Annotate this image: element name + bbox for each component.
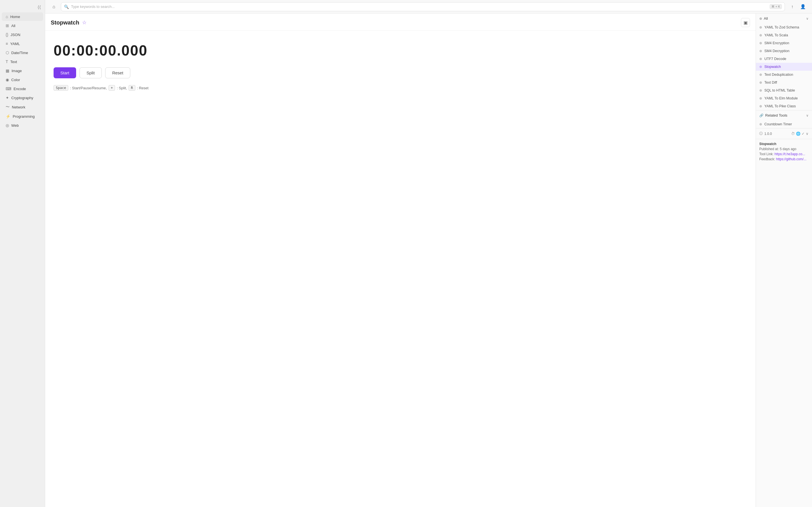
rs-item-text-dedup[interactable]: ⊕ Text Deduplication — [756, 71, 812, 78]
favorite-button[interactable]: ☆ — [82, 19, 87, 25]
all-section-header-left: ⊕ All — [759, 16, 768, 20]
rs-item-utf7[interactable]: ⊕ UTF7 Decode — [756, 55, 812, 63]
programming-icon: ⚡ — [6, 114, 10, 119]
sidebar-item-yaml[interactable]: ≡ YAML — [2, 40, 43, 48]
search-icon: 🔍 — [64, 4, 69, 9]
r-key: R — [129, 85, 135, 91]
sidebar-item-json[interactable]: {} JSON — [2, 31, 43, 39]
sidebar-item-image-label: Image — [11, 69, 22, 73]
version-globe-icon[interactable]: 🌐 — [796, 131, 801, 136]
right-sidebar: ⊕ All ∨ ⊕ YAML To Zod Schema ⊕ YAML To S… — [756, 13, 812, 507]
meta-published: Published at: 5 days ago — [759, 147, 809, 151]
tool-link[interactable]: https://t.he3app.co... — [774, 152, 805, 156]
related-tools-items: ⊕ Countdown Timer — [756, 120, 812, 128]
related-tools-header[interactable]: 🔗 Related Tools ∨ — [756, 110, 812, 120]
rs-item-sql-html[interactable]: ⊕ SQL to HTML Table — [756, 87, 812, 94]
panel-toggle-icon: ▣ — [744, 20, 748, 25]
sql-html-icon: ⊕ — [759, 89, 762, 93]
related-tools-icon: 🔗 — [759, 114, 763, 117]
sidebar-item-datetime[interactable]: ⬡ Date/Time — [2, 48, 43, 57]
sidebar-item-image[interactable]: ▦ Image — [2, 66, 43, 75]
keyboard-hints: Space : Start/Pause/Resume, + : Split, R… — [54, 85, 747, 91]
sidebar-item-encode[interactable]: ⌨ Encode — [2, 84, 43, 93]
sidebar-item-all[interactable]: ⊞ All — [2, 21, 43, 30]
plus-key: + — [109, 85, 115, 91]
content-area: Stopwatch ☆ ▣ 00:00:00.000 Start Split R… — [45, 13, 812, 507]
topbar-actions: ↑ 👤 — [788, 2, 808, 11]
sidebar-item-home-label: Home — [10, 15, 20, 19]
stopwatch-rs-label: Stopwatch — [764, 65, 781, 69]
sql-html-label: SQL to HTML Table — [764, 89, 795, 93]
sidebar-item-programming[interactable]: ⚡ Programming — [2, 112, 43, 121]
web-icon: ◎ — [6, 123, 9, 128]
utf7-icon: ⊕ — [759, 57, 762, 61]
text-icon: T — [6, 59, 8, 64]
rs-item-yaml-elm[interactable]: ⊕ YAML To Elm Module — [756, 94, 812, 102]
collapse-button[interactable]: ⟨⟨ — [2, 3, 43, 12]
sidebar-item-text[interactable]: T Text — [2, 57, 43, 66]
yaml-zod-label: YAML To Zod Schema — [764, 25, 799, 29]
sidebar-item-home[interactable]: ⌂ Home — [2, 12, 43, 21]
home-icon: ⌂ — [6, 14, 8, 19]
sidebar-item-web[interactable]: ◎ Web — [2, 121, 43, 129]
sidebar: ⟨⟨ ⌂ Home ⊞ All {} JSON ≡ YAML ⬡ Date/Ti… — [0, 0, 45, 507]
sm4-dec-label: SM4 Decryption — [764, 49, 790, 53]
json-icon: {} — [6, 33, 8, 37]
related-tools-section: 🔗 Related Tools ∨ ⊕ Countdown Timer — [756, 110, 812, 128]
app: ⌂ 🔍 Type keywords to search... ⌘ + K ↑ 👤… — [45, 0, 812, 507]
rs-item-sm4-enc[interactable]: ⊕ SM4 Encryption — [756, 39, 812, 47]
version-clock-icon[interactable]: ⏱ — [791, 131, 795, 136]
all-section-header[interactable]: ⊕ All ∨ — [756, 13, 812, 23]
rs-item-sm4-dec[interactable]: ⊕ SM4 Decryption — [756, 47, 812, 55]
version-section: ⓘ 1.0.0 ⏱ 🌐 ✓ ∨ — [756, 128, 812, 139]
version-check-icon[interactable]: ✓ — [802, 131, 805, 136]
stopwatch-buttons: Start Split Reset — [54, 67, 747, 78]
user-button[interactable]: 👤 — [799, 2, 808, 11]
panel-toggle-button[interactable]: ▣ — [741, 18, 750, 27]
sidebar-item-network[interactable]: 〜 Network — [2, 103, 43, 112]
topbar-home-button[interactable]: ⌂ — [50, 3, 58, 11]
user-icon: 👤 — [800, 4, 806, 9]
yaml-scala-label: YAML To Scala — [764, 33, 788, 37]
all-icon: ⊞ — [6, 23, 9, 28]
rs-item-yaml-pike[interactable]: ⊕ YAML To Pike Class — [756, 102, 812, 110]
yaml-elm-label: YAML To Elm Module — [764, 96, 798, 100]
encode-icon: ⌨ — [6, 87, 11, 91]
rs-item-countdown[interactable]: ⊕ Countdown Timer — [756, 120, 812, 128]
yaml-pike-icon: ⊕ — [759, 104, 762, 108]
yaml-zod-icon: ⊕ — [759, 25, 762, 29]
r-hint: : Reset — [137, 86, 149, 90]
sidebar-item-programming-label: Programming — [13, 114, 35, 119]
reset-button[interactable]: Reset — [105, 67, 130, 78]
rs-item-yaml-zod[interactable]: ⊕ YAML To Zod Schema — [756, 23, 812, 31]
rs-item-yaml-scala[interactable]: ⊕ YAML To Scala — [756, 31, 812, 39]
rs-item-stopwatch[interactable]: ⊕ Stopwatch — [756, 63, 812, 71]
feedback-link[interactable]: https://github.com/... — [776, 157, 806, 161]
page-header: Stopwatch ☆ ▣ — [45, 13, 756, 31]
main-content: Stopwatch ☆ ▣ 00:00:00.000 Start Split R… — [45, 13, 756, 507]
sidebar-item-cryptography[interactable]: ✦ Cryptography — [2, 94, 43, 102]
search-bar[interactable]: 🔍 Type keywords to search... ⌘ + K — [61, 2, 785, 11]
published-value: 5 days ago — [780, 147, 797, 151]
network-icon: 〜 — [6, 105, 10, 110]
sm4-enc-icon: ⊕ — [759, 41, 762, 45]
sidebar-item-json-label: JSON — [10, 33, 20, 37]
all-section-items: ⊕ YAML To Zod Schema ⊕ YAML To Scala ⊕ S… — [756, 23, 812, 110]
search-placeholder: Type keywords to search... — [71, 4, 115, 9]
related-tools-header-left: 🔗 Related Tools — [759, 113, 788, 117]
version-chevron[interactable]: ∨ — [806, 131, 809, 136]
split-button[interactable]: Split — [80, 67, 102, 78]
meta-title: Stopwatch — [759, 142, 809, 146]
countdown-icon: ⊕ — [759, 122, 762, 126]
start-button[interactable]: Start — [54, 67, 76, 78]
crypto-icon: ✦ — [6, 96, 9, 100]
all-section: ⊕ All ∨ ⊕ YAML To Zod Schema ⊕ YAML To S… — [756, 13, 812, 110]
related-tools-chevron: ∨ — [806, 114, 809, 117]
rs-item-text-diff[interactable]: ⊕ Text Diff — [756, 78, 812, 87]
share-button[interactable]: ↑ — [788, 2, 797, 11]
tool-link-label: Tool Link: — [759, 152, 774, 156]
space-hint: : Start/Pause/Resume, — [70, 86, 107, 90]
share-icon: ↑ — [791, 4, 794, 9]
sidebar-item-color[interactable]: ◉ Color — [2, 75, 43, 84]
sm4-enc-label: SM4 Encryption — [764, 41, 789, 45]
